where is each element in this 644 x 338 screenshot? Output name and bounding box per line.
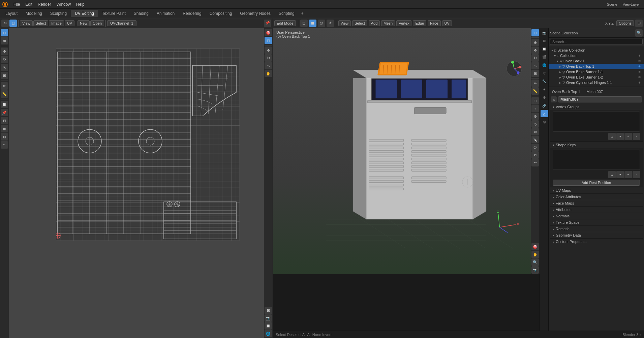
uv-pin-btn[interactable]: 📌 (264, 20, 271, 27)
uv-nav-zoom[interactable]: ⤡ (265, 62, 272, 69)
uv-nav-pan[interactable]: ✋ (265, 70, 272, 77)
prop-icon-render[interactable]: 📷 (541, 29, 548, 36)
geometry-data-header[interactable]: ▸ Geometry Data (550, 232, 643, 239)
vp-tool-inset[interactable]: ⊙ (531, 113, 539, 120)
vp-tool-spin[interactable]: ↺ (531, 151, 539, 159)
viewport-select-btn[interactable]: Select (352, 20, 367, 26)
tab-texture-paint[interactable]: Texture Paint (98, 10, 130, 17)
uv-channel-selector[interactable]: UVChannel_1 (107, 20, 136, 26)
vp-tool-knife[interactable]: 🔪 (531, 136, 539, 143)
vp-tool-annotate[interactable]: ✏ (531, 80, 539, 87)
tab-animation[interactable]: Animation (153, 10, 179, 17)
uv-menu-view[interactable]: View (20, 20, 33, 26)
uv-tool-stitch[interactable]: ⊠ (1, 133, 8, 141)
normals-header[interactable]: ▸ Normals (550, 213, 643, 219)
uv-menu-select[interactable]: Select (33, 20, 49, 26)
tree-item-oven-hinges[interactable]: ▸ ▽ Oven Cylindrical Hinges 1-1 👁 (549, 80, 644, 85)
uv-menu-image[interactable]: Image (49, 20, 64, 26)
viewport-mode-btn[interactable]: Edit Mode (274, 20, 296, 26)
attributes-header[interactable]: ▸ Attributes (550, 207, 643, 213)
tab-geometry-nodes[interactable]: Geometry Nodes (236, 10, 275, 17)
prop-icon-physics[interactable]: ⚙ (541, 94, 548, 101)
menu-window[interactable]: Window (54, 1, 73, 7)
tab-rendering[interactable]: Rendering (179, 10, 205, 17)
tree-item-scene-collection[interactable]: ▾ □ Scene Collection (549, 48, 644, 53)
viewport-options-btn[interactable]: Options (616, 20, 634, 26)
shape-key-move-up-btn[interactable]: ▴ (608, 171, 616, 178)
add-workspace-btn[interactable]: + (299, 10, 306, 17)
vp-tool-cursor[interactable]: ⊕ (531, 39, 539, 46)
vp-tool-select[interactable]: ◻ (531, 29, 539, 36)
uv-tool-unwrap[interactable]: ⊡ (1, 117, 8, 124)
prop-icon-material[interactable]: ◎ (541, 118, 548, 125)
prop-icon-modifiers[interactable]: 🔧 (541, 78, 548, 85)
tree-item-oven-back-top[interactable]: ▸ ▽ Oven Back Top 1 👁 (549, 64, 644, 69)
uv-tool-annotate[interactable]: ✏ (1, 82, 8, 90)
shape-key-move-down-btn[interactable]: ▾ (616, 171, 624, 178)
vp-tool-move[interactable]: ✥ (531, 47, 539, 54)
tree-item-oven-back[interactable]: ▾ ▽ Oven Back 1 👁 (549, 58, 644, 64)
uv-nav-rotate[interactable]: ↻ (265, 54, 272, 62)
tree-item-oven-burner-1[interactable]: ▸ ▽ Oven Bake Burner 1-1 👁 (549, 69, 644, 74)
uv-nav-render[interactable]: 🔲 (265, 322, 272, 330)
menu-render[interactable]: Render (35, 1, 54, 7)
menu-file[interactable]: File (11, 1, 23, 7)
vp-tool-bevel[interactable]: ◇ (531, 120, 539, 128)
shape-key-add-btn[interactable]: + (624, 171, 632, 178)
uv-nav-select[interactable]: ◻ (265, 37, 272, 44)
vp-tool-rotate[interactable]: ↻ (531, 54, 539, 62)
add-rest-position-btn[interactable]: Add Rest Position (553, 180, 640, 186)
uv-tool-measure[interactable]: 📏 (1, 90, 8, 98)
vp-nav-camera[interactable]: 📷 (531, 266, 539, 274)
outliner-search-input[interactable] (550, 39, 643, 45)
viewport-face-btn[interactable]: Face (428, 20, 440, 26)
uv-open-btn[interactable]: Open (90, 20, 104, 26)
uv-menu-uv[interactable]: UV (65, 20, 74, 26)
vertex-group-add-btn[interactable]: + (624, 133, 632, 140)
menu-help[interactable]: Help (73, 1, 87, 7)
viewport-vertex-btn[interactable]: Vertex (396, 20, 411, 26)
vp-tool-extrude[interactable]: ↑ (531, 105, 539, 112)
uv-tool-select[interactable]: ◻ (9, 20, 17, 27)
shape-key-remove-btn[interactable]: - (633, 171, 640, 178)
shading-solid-btn[interactable]: ◼ (309, 20, 316, 27)
color-attributes-header[interactable]: ▸ Color Attributes (550, 194, 643, 200)
custom-properties-header[interactable]: ▸ Custom Properties (550, 239, 643, 245)
prop-icon-mesh-data[interactable]: △ (541, 110, 548, 117)
uv-tool-rotate[interactable]: ↻ (1, 56, 8, 63)
tree-item-collection[interactable]: ▾ □ Collection 👁 (549, 53, 644, 58)
vp-nav-pan[interactable]: ✋ (531, 251, 539, 258)
menu-edit[interactable]: Edit (23, 1, 35, 7)
prop-icon-constraints[interactable]: 🔗 (541, 102, 548, 109)
prop-icon-world[interactable]: 🌐 (541, 61, 548, 69)
uv-nav-world[interactable]: 🌐 (265, 330, 272, 337)
uv-tool-relax[interactable]: 〜 (1, 141, 8, 149)
uv-nav-view-all[interactable]: ⊞ (265, 307, 272, 314)
tree-item-oven-burner-2[interactable]: ▸ ▽ Oven Bake Burner 1-2 👁 (549, 74, 644, 80)
uv-tool-transform[interactable]: ⊞ (1, 72, 8, 79)
uv-nav-move[interactable]: ✥ (265, 47, 272, 54)
prop-icon-scene[interactable]: 🎬 (541, 53, 548, 61)
uv-tool-scale[interactable]: ⤡ (1, 64, 8, 71)
vp-tool-transform[interactable]: ⊞ (531, 70, 539, 77)
uv-maps-header[interactable]: ▸ UV Maps (550, 187, 643, 194)
viewport-view-btn[interactable]: View (338, 20, 351, 26)
viewport-mesh-btn[interactable]: Mesh (381, 20, 395, 26)
vp-tool-poly[interactable]: ⬡ (531, 144, 539, 151)
shading-wireframe-btn[interactable]: ◻ (300, 20, 308, 27)
viewport-overlay-btn[interactable]: ⊡ (635, 20, 643, 27)
shape-keys-header[interactable]: ▾ Shape Keys (550, 142, 643, 148)
remesh-header[interactable]: ▸ Remesh (550, 226, 643, 232)
uv-tool-cursor2[interactable]: ⊕ (1, 37, 8, 44)
uv-tool-seam[interactable]: ⊞ (1, 125, 8, 132)
vertex-group-remove-btn[interactable]: - (633, 133, 640, 140)
uv-tool-move[interactable]: ✥ (1, 48, 8, 55)
3d-viewport[interactable]: User Perspective (0) Oven Back Top 1 (273, 28, 540, 274)
prop-icon-output[interactable]: 🖥 (541, 37, 548, 44)
uv-nav-camera[interactable]: 📷 (265, 314, 272, 322)
uv-new-btn[interactable]: New (78, 20, 90, 26)
uv-tool-select-box[interactable]: ◻ (1, 29, 8, 36)
tab-layout[interactable]: Layout (1, 10, 22, 17)
face-maps-header[interactable]: ▸ Face Maps (550, 200, 643, 207)
shading-rendered-btn[interactable]: ☀ (327, 20, 334, 27)
